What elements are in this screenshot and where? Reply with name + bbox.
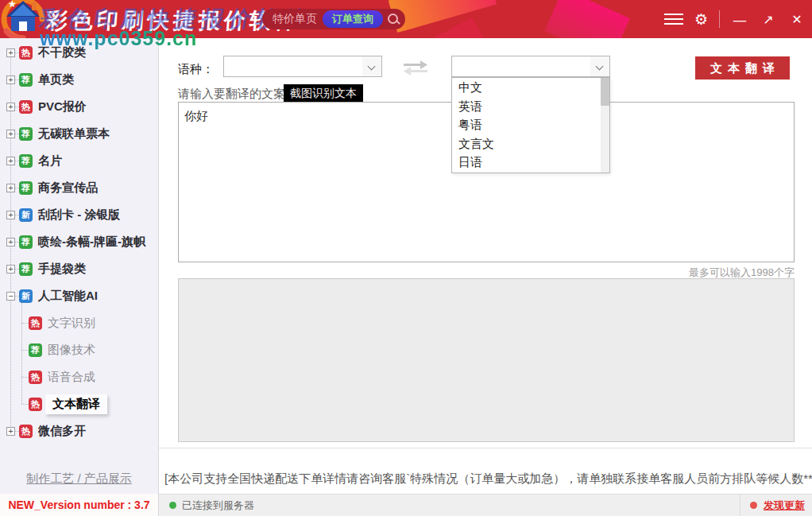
app-window: ★ 彩色印刷快捷报价软件 彩色印刷快捷报价软件 特价单页 订单查询 ⚙ — ↗ … — [0, 0, 812, 516]
hot-badge: 热 — [19, 425, 33, 438]
sidebar-tree: +热不干胶类+荐单页类+热PVC报价+荐无碳联单票本+荐名片+荐商务宣传品+新刮… — [0, 39, 158, 444]
target-language-select[interactable] — [451, 56, 610, 77]
hot-badge: 热 — [19, 100, 33, 114]
sidebar-item[interactable]: +热PVC报价 — [0, 93, 158, 120]
tree-item-label: 单页类 — [38, 72, 74, 87]
new-badge: 新 — [19, 208, 33, 222]
connection-status-text: 已连接到服务器 — [182, 499, 254, 513]
divider — [159, 448, 812, 448]
menu-icon[interactable] — [664, 14, 683, 25]
hot-badge: 热 — [29, 398, 42, 411]
dropdown-option[interactable]: 文言文 — [452, 134, 609, 153]
expand-icon[interactable]: + — [6, 157, 15, 165]
dropdown-option[interactable]: 英语 — [452, 97, 609, 116]
minimize-button[interactable]: — — [731, 11, 748, 28]
rec-badge: 荐 — [19, 154, 33, 168]
expand-icon[interactable]: + — [6, 238, 15, 246]
rec-badge: 荐 — [19, 73, 33, 87]
decor-shape — [544, 0, 630, 38]
main-panel: 语种： 中文英语粤语文言文日语 文本翻译 — [159, 38, 812, 494]
expand-icon[interactable]: + — [6, 48, 15, 57]
expand-icon[interactable]: + — [6, 130, 15, 138]
svg-text:★: ★ — [8, 0, 17, 10]
expand-icon[interactable]: + — [6, 184, 15, 192]
sidebar-item[interactable]: +荐单页类 — [0, 66, 158, 93]
craft-product-link[interactable]: 制作工艺 / 产品展示 — [0, 471, 158, 487]
sidebar-subitem[interactable]: 热文本翻译 — [0, 390, 158, 417]
tree-item-label: 文字识别 — [48, 316, 95, 331]
sidebar-item[interactable]: +荐无碳联单票本 — [0, 120, 158, 147]
search-bar[interactable]: 特价单页 订单查询 — [262, 9, 405, 29]
sidebar: +热不干胶类+荐单页类+热PVC报价+荐无碳联单票本+荐名片+荐商务宣传品+新刮… — [0, 38, 159, 494]
update-available-link[interactable]: 发现更新 — [764, 499, 805, 513]
swap-languages-icon[interactable] — [401, 59, 430, 76]
dropdown-scrollbar[interactable] — [601, 78, 609, 173]
window-controls: ⚙ — ↗ ✕ — [664, 0, 806, 38]
tree-item-label: 名片 — [38, 153, 62, 169]
source-language-select[interactable] — [223, 56, 382, 77]
dropdown-options: 中文英语粤语文言文日语 — [452, 78, 609, 172]
status-bar: 已连接到服务器 发现更新 — [159, 494, 812, 516]
expand-icon[interactable]: + — [6, 211, 15, 219]
sidebar-item[interactable]: +新刮刮卡 - 涂银版 — [0, 201, 158, 228]
rec-badge: 荐 — [29, 343, 42, 357]
tree-item-label: 喷绘-条幅-牌匾-旗帜 — [38, 235, 145, 250]
language-dropdown-list: 中文英语粤语文言文日语 — [451, 77, 610, 173]
tree-item-label: 人工智能AI — [38, 289, 98, 304]
order-query-button[interactable]: 订单查询 — [323, 10, 383, 28]
tree-item-label: 图像技术 — [48, 343, 95, 358]
version-label: NEW_Version number : 3.7 — [0, 494, 159, 516]
rec-badge: 荐 — [19, 181, 33, 195]
bottom-bar: NEW_Version number : 3.7 已连接到服务器 发现更新 — [0, 494, 812, 516]
screenshot-ocr-button[interactable]: 截图识别文本 — [284, 84, 363, 103]
search-input[interactable]: 特价单页 — [273, 12, 323, 26]
rec-badge: 荐 — [19, 127, 33, 141]
sidebar-item[interactable]: +荐名片 — [0, 147, 158, 174]
expand-icon[interactable]: + — [6, 265, 15, 274]
tree-item-label: 语音合成 — [48, 370, 95, 385]
service-notice: [本公司支持全国快递配送下单详情请咨询客服`特殊情况（订单量大或加急），请单独联… — [164, 471, 812, 487]
sidebar-item[interactable]: +荐喷绘-条幅-牌匾-旗帜 — [0, 228, 158, 255]
sidebar-item[interactable]: +热微信多开 — [0, 417, 158, 444]
translation-result-area[interactable] — [178, 278, 795, 442]
divider — [740, 495, 740, 516]
tree-item-label: 刮刮卡 - 涂银版 — [38, 208, 120, 223]
hot-badge: 热 — [19, 46, 33, 60]
sidebar-item[interactable]: +荐手提袋类 — [0, 255, 158, 282]
hot-badge: 热 — [29, 371, 42, 384]
sidebar-item[interactable]: −新人工智能AI — [0, 282, 158, 309]
tree-item-label: 商务宣传品 — [38, 180, 98, 196]
settings-gear-icon[interactable]: ⚙ — [694, 12, 708, 27]
tree-item-label: 无碳联单票本 — [38, 126, 110, 142]
tree-item-label: 文本翻译 — [45, 394, 107, 414]
tree-item-label: 手提袋类 — [38, 262, 86, 277]
search-icon[interactable] — [385, 11, 401, 27]
expand-icon[interactable]: + — [6, 103, 15, 111]
maximize-button[interactable]: ↗ — [760, 12, 777, 27]
dropdown-option[interactable]: 粤语 — [452, 115, 609, 134]
expand-icon[interactable]: + — [6, 76, 15, 84]
collapse-icon[interactable]: − — [6, 292, 15, 301]
site-watermark: www.pc0359.cn — [40, 27, 197, 50]
sidebar-subitem[interactable]: 荐图像技术 — [0, 336, 158, 363]
divider — [719, 10, 720, 28]
sidebar-subitem[interactable]: 热语音合成 — [0, 363, 158, 390]
expand-icon[interactable]: + — [6, 427, 15, 436]
translate-button[interactable]: 文本翻译 — [695, 56, 790, 80]
scrollbar-thumb[interactable] — [601, 78, 609, 106]
sidebar-subitem[interactable]: 热文字识别 — [0, 309, 158, 336]
update-status-icon — [750, 502, 757, 509]
rec-badge: 荐 — [19, 235, 33, 249]
close-button[interactable]: ✕ — [788, 12, 806, 27]
new-badge: 新 — [19, 289, 33, 303]
tree-item-label: 微信多开 — [38, 424, 86, 439]
language-label: 语种： — [178, 62, 214, 77]
input-prompt-label: 请输入要翻译的文案： — [178, 87, 297, 102]
sidebar-item[interactable]: +荐商务宣传品 — [0, 174, 158, 201]
connected-status-icon — [169, 502, 176, 509]
tree-item-label: PVC报价 — [38, 99, 87, 114]
hot-badge: 热 — [29, 316, 42, 330]
dropdown-option[interactable]: 日语 — [452, 153, 609, 172]
dropdown-option[interactable]: 中文 — [452, 78, 609, 97]
rec-badge: 荐 — [19, 262, 33, 276]
